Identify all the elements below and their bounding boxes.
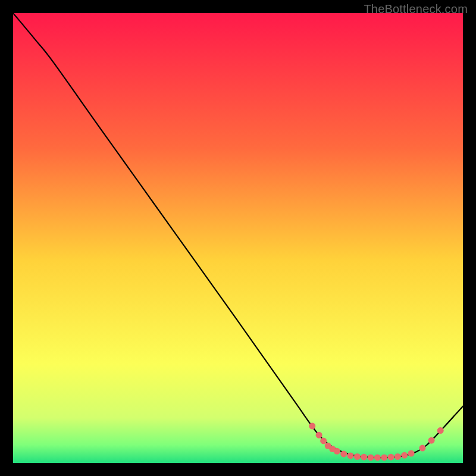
data-marker <box>368 454 374 461</box>
data-marker <box>394 453 401 460</box>
data-marker <box>381 454 387 461</box>
data-marker <box>374 454 381 461</box>
data-marker <box>320 437 327 444</box>
data-marker <box>354 453 361 460</box>
data-marker <box>361 454 367 461</box>
data-marker <box>437 427 444 434</box>
data-marker <box>388 454 394 461</box>
data-marker <box>309 423 315 430</box>
data-marker <box>316 432 322 439</box>
data-marker <box>334 448 340 455</box>
data-marker <box>408 450 415 457</box>
chart-svg <box>13 13 463 463</box>
data-marker <box>401 452 408 459</box>
watermark-text: TheBottleneck.com <box>364 2 468 16</box>
data-marker <box>340 450 347 457</box>
chart-container <box>13 13 463 463</box>
data-marker <box>419 445 425 452</box>
chart-background <box>13 13 463 463</box>
data-marker <box>347 452 354 459</box>
data-marker <box>428 437 435 444</box>
